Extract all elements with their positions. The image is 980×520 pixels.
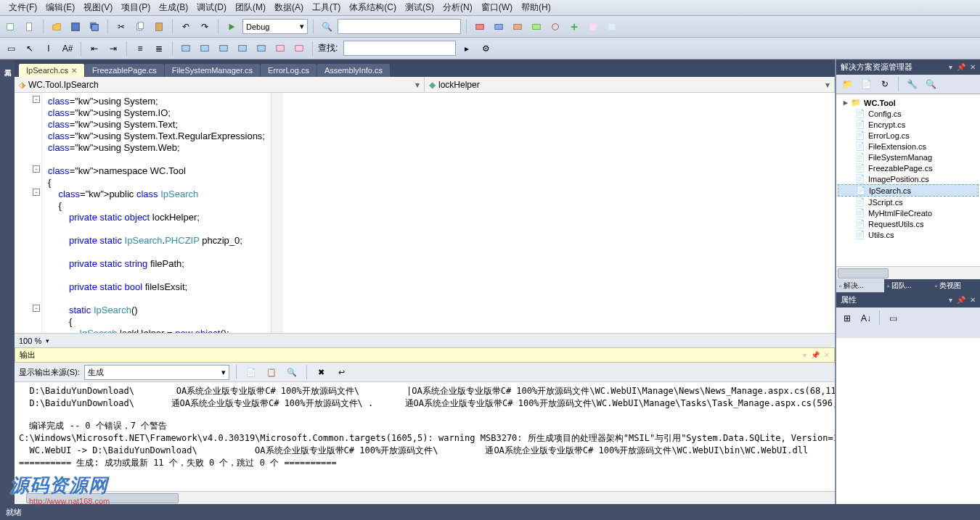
window-3-icon[interactable]: [216, 41, 232, 57]
output-btn-2[interactable]: 📋: [264, 364, 279, 380]
save-icon[interactable]: [68, 19, 83, 35]
output-text[interactable]: D:\BaiduYunDownload\ OA系统企业版专业版带C# 100%开…: [15, 382, 835, 491]
tree-file[interactable]: 📄 MyHtmlFileCreato: [838, 207, 979, 218]
sol-btn-4[interactable]: 🔍: [923, 76, 939, 92]
indent-more-icon[interactable]: ⇥: [105, 41, 121, 57]
output-wrap-icon[interactable]: ↩: [334, 364, 350, 380]
output-clear-icon[interactable]: ✖: [314, 364, 330, 380]
menu-item[interactable]: 体系结构(C): [345, 0, 401, 15]
tree-file[interactable]: 📄 FileExtension.cs: [838, 141, 979, 152]
fold-icon[interactable]: -: [33, 96, 40, 103]
menu-item[interactable]: 视图(V): [79, 0, 117, 15]
close-icon[interactable]: ✕: [970, 63, 976, 71]
tree-file[interactable]: 📄 Config.cs: [838, 108, 979, 119]
member-dropdown[interactable]: ◆ lockHelper ▾: [425, 77, 835, 92]
pin-icon[interactable]: 📌: [957, 296, 965, 304]
tb-icon-1[interactable]: [472, 19, 488, 35]
tree-file[interactable]: 📄 Utils.cs: [838, 229, 979, 240]
fold-icon[interactable]: -: [33, 189, 40, 196]
tb-icon-6[interactable]: [566, 19, 582, 35]
open-icon[interactable]: [49, 19, 65, 35]
sol-refresh-icon[interactable]: ↻: [877, 76, 893, 92]
prop-cat-icon[interactable]: ⊞: [839, 310, 855, 326]
prop-sort-icon[interactable]: A↓: [858, 310, 874, 326]
close-tab-icon[interactable]: ✕: [71, 67, 77, 75]
zoom-level[interactable]: 100 %: [19, 337, 41, 345]
document-tab[interactable]: FileSystemManager.cs: [165, 64, 260, 77]
comment-icon[interactable]: A#: [60, 41, 75, 57]
start-icon[interactable]: [224, 19, 240, 35]
menu-item[interactable]: 窗口(W): [477, 0, 517, 15]
sol-btn-2[interactable]: 📄: [858, 76, 874, 92]
dropdown-icon[interactable]: ▾: [949, 296, 952, 304]
menu-item[interactable]: 数据(A): [270, 0, 308, 15]
tb-icon-8[interactable]: [604, 19, 620, 35]
document-tab[interactable]: IpSearch.cs✕: [19, 64, 84, 77]
panel-tab[interactable]: ▫类视图: [932, 279, 980, 292]
tb-icon-2[interactable]: [491, 19, 507, 35]
panel-tab[interactable]: ▫团队...: [884, 279, 932, 292]
menu-item[interactable]: 工具(T): [308, 0, 345, 15]
dropdown-icon[interactable]: ▾: [803, 351, 807, 359]
cursor-icon[interactable]: ↖: [22, 41, 38, 57]
new-project-icon[interactable]: [3, 19, 19, 35]
block-uncomment-icon[interactable]: ≣: [151, 41, 167, 57]
close-icon[interactable]: ✕: [970, 296, 976, 304]
menu-item[interactable]: 测试(S): [401, 0, 438, 15]
sol-btn-1[interactable]: 📁: [839, 76, 855, 92]
output-hscrollbar[interactable]: [15, 491, 835, 504]
cut-icon[interactable]: ✂: [113, 19, 129, 35]
menu-item[interactable]: 分析(N): [438, 0, 477, 15]
tree-file[interactable]: 📄 ErrorLog.cs: [838, 130, 979, 141]
tree-file[interactable]: 📄 JScript.cs: [838, 197, 979, 207]
tree-file[interactable]: 📄 Encrypt.cs: [838, 119, 979, 130]
text-cursor-icon[interactable]: I: [41, 41, 57, 57]
document-tab[interactable]: ErrorLog.cs: [261, 64, 317, 77]
document-tab[interactable]: FreezablePage.cs: [85, 64, 164, 77]
fold-icon[interactable]: -: [33, 305, 40, 312]
window-1-icon[interactable]: [178, 41, 194, 57]
undo-icon[interactable]: ↶: [178, 19, 194, 35]
tree-file[interactable]: 📄 RequestUtils.cs: [838, 218, 979, 229]
find-opt-icon[interactable]: ⚙: [478, 41, 494, 57]
tree-file[interactable]: 📄 IpSearch.cs: [838, 184, 979, 197]
close-icon[interactable]: ✕: [824, 351, 830, 359]
tree-root[interactable]: ▸ 📁 WC.Tool: [838, 97, 979, 108]
sol-btn-3[interactable]: 🔧: [904, 76, 920, 92]
code-text[interactable]: class="kw">using System; class="kw">usin…: [42, 93, 271, 333]
tree-file[interactable]: 📄 FileSystemManag: [838, 152, 979, 162]
find-combo[interactable]: [343, 41, 456, 56]
tb-icon-7[interactable]: [585, 19, 601, 35]
fold-icon[interactable]: -: [33, 165, 40, 173]
paste-icon[interactable]: [151, 19, 167, 35]
panel-tab[interactable]: ▫解决...: [836, 279, 884, 292]
tb-icon-4[interactable]: [528, 19, 544, 35]
pin-icon[interactable]: 📌: [811, 351, 820, 359]
redo-icon[interactable]: ↷: [197, 19, 213, 35]
solution-tree[interactable]: ▸ 📁 WC.Tool📄 Config.cs📄 Encrypt.cs📄 Erro…: [836, 94, 980, 266]
menu-item[interactable]: 项目(P): [117, 0, 155, 15]
output-btn-1[interactable]: 📄: [243, 364, 259, 380]
menu-item[interactable]: 帮助(H): [517, 0, 555, 15]
window-7-icon[interactable]: [291, 41, 307, 57]
config-combo[interactable]: Debug▾: [242, 19, 308, 34]
code-editor[interactable]: - - - - class="kw">using System; class="…: [15, 93, 835, 333]
tb-icon-5[interactable]: [547, 19, 563, 35]
window-6-icon[interactable]: [272, 41, 288, 57]
tree-file[interactable]: 📄 ImagePosition.cs: [838, 173, 979, 184]
tree-file[interactable]: 📄 FreezablePage.cs: [838, 162, 979, 173]
toolbox-strip[interactable]: 工具箱: [0, 59, 15, 504]
find-input[interactable]: [338, 19, 461, 34]
menu-item[interactable]: 文件(F): [4, 0, 41, 15]
indent-less-icon[interactable]: ⇤: [86, 41, 102, 57]
menu-item[interactable]: 编辑(E): [41, 0, 79, 15]
window-2-icon[interactable]: [197, 41, 213, 57]
window-5-icon[interactable]: [253, 41, 269, 57]
sel-icon[interactable]: ▭: [3, 41, 19, 57]
output-source-combo[interactable]: 生成▾: [84, 365, 229, 380]
menu-item[interactable]: 调试(D): [192, 0, 231, 15]
save-all-icon[interactable]: [86, 19, 102, 35]
prop-page-icon[interactable]: ▭: [885, 310, 901, 326]
pin-icon[interactable]: 📌: [957, 63, 965, 71]
output-btn-3[interactable]: 🔍: [284, 364, 300, 380]
